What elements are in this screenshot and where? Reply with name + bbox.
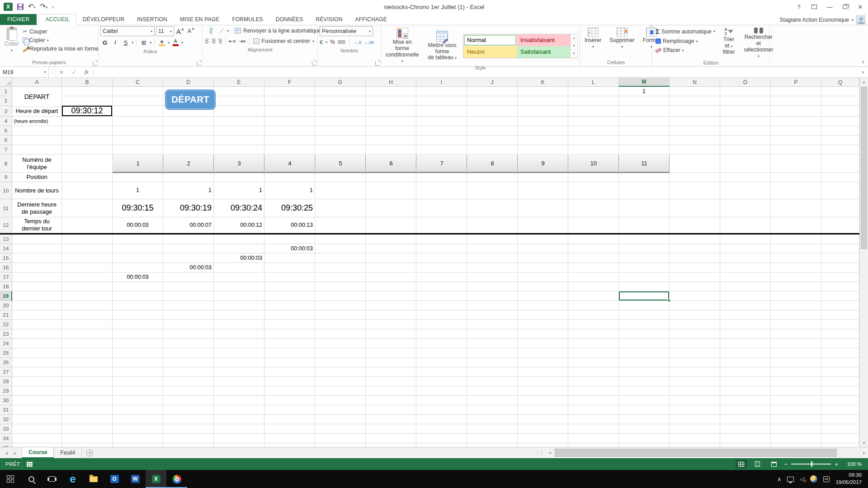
style-gallery-scroll[interactable]: ▴▾⊽ [571,34,578,58]
cell-D4[interactable] [163,117,214,126]
cell-I26[interactable] [416,358,467,367]
row-header-12[interactable]: 12 [0,217,12,233]
cell-B35[interactable] [62,443,113,447]
cell-I7[interactable] [416,145,467,155]
cell-C18[interactable] [113,282,163,291]
cell-E2[interactable] [214,96,264,106]
cell-F10[interactable]: 1 [264,182,315,199]
cell-K23[interactable] [518,329,568,339]
cell-A35[interactable] [12,443,62,447]
cell-C2[interactable] [113,96,163,106]
help-button[interactable]: ? [791,1,807,13]
cell-G10[interactable] [315,182,366,199]
cell-I22[interactable] [416,320,467,329]
cell-C31[interactable] [113,405,163,415]
row-header-9[interactable]: 9 [0,173,12,182]
cell-H20[interactable] [366,301,416,310]
cell-B26[interactable] [62,358,113,367]
alignment-dialog-launcher[interactable] [312,61,316,66]
cell-C1[interactable] [113,87,163,96]
align-center-icon[interactable] [211,38,216,44]
collapse-ribbon-icon[interactable]: ˄ [862,60,864,65]
cell-K3[interactable] [518,106,568,117]
cell-I24[interactable] [416,339,467,348]
row-header-22[interactable]: 22 [0,320,12,329]
cell-J19[interactable] [467,291,518,301]
cell-B1[interactable] [62,87,113,96]
cell-K34[interactable] [518,434,568,443]
team-number-button-8[interactable]: 8 [467,155,518,172]
cell-L29[interactable] [568,386,619,396]
cell-O30[interactable] [720,396,771,405]
cell-H15[interactable] [366,253,416,263]
cell-L27[interactable] [568,367,619,377]
cell-A18[interactable] [12,282,62,291]
cell-F29[interactable] [264,386,315,396]
cell-C14[interactable] [113,244,163,253]
cell-J30[interactable] [467,396,518,405]
cell-P22[interactable] [771,320,821,329]
cell-L32[interactable] [568,415,619,424]
cell-Q12[interactable] [821,217,859,233]
team-number-button-2[interactable]: 2 [163,155,214,172]
cell-P7[interactable] [771,145,821,155]
column-header-P[interactable]: P [771,78,821,87]
cell-O31[interactable] [720,405,771,415]
cell-C34[interactable] [113,434,163,443]
cell-D30[interactable] [163,396,214,405]
row-header-8[interactable]: 8 [0,155,12,173]
cell-I11[interactable] [416,199,467,217]
row-header-24[interactable]: 24 [0,339,12,348]
cell-K15[interactable] [518,253,568,263]
cell-D27[interactable] [163,367,214,377]
team-number-button-4[interactable]: 4 [264,155,315,172]
cell-B33[interactable] [62,424,113,434]
cell-O26[interactable] [720,358,771,367]
restore-button[interactable] [837,1,853,13]
cell-B29[interactable] [62,386,113,396]
cell-G14[interactable] [315,244,366,253]
cell-A20[interactable] [12,301,62,310]
cell-D18[interactable] [163,282,214,291]
cell-M18[interactable] [619,282,670,291]
cell-A21[interactable] [12,310,62,320]
cell-O2[interactable] [720,96,771,106]
cell-N21[interactable] [670,310,720,320]
cell-H18[interactable] [366,282,416,291]
cell-F14[interactable]: 00:00:03 [264,244,315,253]
cell-B20[interactable] [62,301,113,310]
normal-view-button[interactable] [736,460,747,469]
cell-N25[interactable] [670,348,720,358]
font-color-button[interactable]: A [171,38,180,47]
cell-Q32[interactable] [821,415,859,424]
cell-F2[interactable] [264,96,315,106]
cell-K10[interactable] [518,182,568,199]
ribbon-tab-révision[interactable]: RÉVISION [310,14,349,25]
cell-B11[interactable] [62,199,113,217]
cell-O6[interactable] [720,136,771,145]
cell-Q21[interactable] [821,310,859,320]
excel-app-icon[interactable] [4,3,13,11]
cell-Q27[interactable] [821,367,859,377]
cell-I23[interactable] [416,329,467,339]
cell-M26[interactable] [619,358,670,367]
zoom-out-icon[interactable]: − [784,461,788,468]
cell-B32[interactable] [62,415,113,424]
cell-P3[interactable] [771,106,821,117]
cell-H11[interactable] [366,199,416,217]
align-bottom-icon[interactable] [210,28,212,34]
cell-I32[interactable] [416,415,467,424]
cell-F3[interactable] [264,106,315,117]
cell-O18[interactable] [720,282,771,291]
cell-I33[interactable] [416,424,467,434]
cell-Q1[interactable] [821,87,859,96]
cell-M21[interactable] [619,310,670,320]
cell-O7[interactable] [720,145,771,155]
cell-I35[interactable] [416,443,467,447]
cell-D29[interactable] [163,386,214,396]
cell-C22[interactable] [113,320,163,329]
cell-F19[interactable] [264,291,315,301]
font-family-combo[interactable]: Calibri▾ [100,26,155,36]
cell-B3[interactable]: 09:30:12 [62,106,113,117]
cell-D15[interactable] [163,253,214,263]
